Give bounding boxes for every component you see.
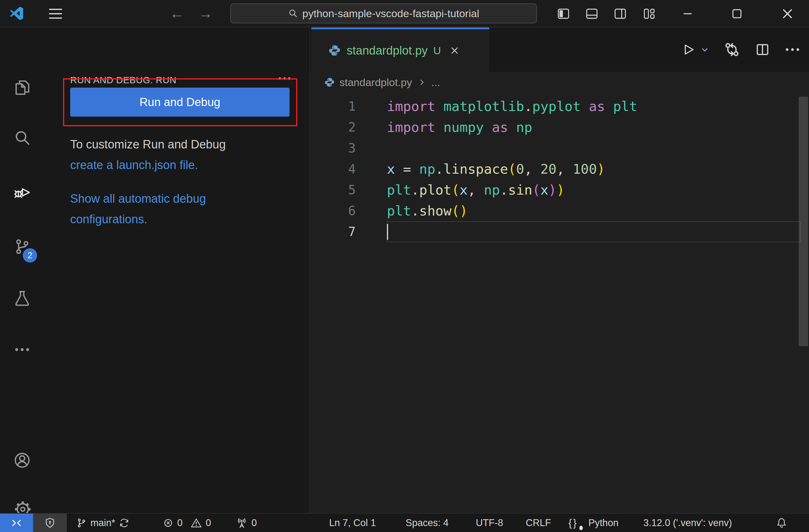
sync-icon — [119, 518, 130, 528]
toggle-primary-sidebar-icon[interactable] — [556, 6, 571, 21]
maximize-icon[interactable] — [730, 6, 744, 21]
workspace-trust[interactable] — [33, 514, 67, 532]
code-line[interactable]: 6plt.show() — [310, 200, 809, 221]
notifications[interactable] — [776, 514, 788, 532]
problems-status[interactable]: 0 0 — [163, 514, 211, 532]
search-value: python-sample-vscode-fastapi-tutorial — [302, 7, 479, 20]
text-cursor — [387, 224, 388, 240]
run-and-debug-icon[interactable] — [13, 184, 31, 201]
code-line[interactable]: 3 — [310, 138, 809, 159]
views-more-actions-icon[interactable] — [278, 74, 291, 87]
split-editor-icon[interactable] — [755, 42, 770, 57]
source-control-badge: 2 — [23, 248, 37, 263]
search-view-icon[interactable] — [13, 129, 31, 147]
explorer-icon[interactable] — [13, 79, 31, 96]
vscode-window: ← → python-sample-vscode-fastapi-tutoria… — [0, 0, 809, 532]
code-line[interactable]: 5plt.plot(x, np.sin(x)) — [310, 180, 809, 200]
close-icon[interactable] — [780, 6, 795, 21]
code-line[interactable]: 4x = np.linspace(0, 20, 100) — [310, 159, 809, 180]
line-number: 1 — [310, 96, 356, 117]
line-content[interactable]: plt.show() — [356, 200, 468, 221]
line-number: 2 — [310, 117, 356, 138]
tab-close-icon[interactable] — [450, 46, 460, 55]
code-line[interactable]: 2import numpy as np — [310, 117, 809, 138]
testing-icon[interactable] — [13, 289, 31, 307]
remote-icon — [11, 517, 22, 529]
python-interpreter[interactable]: 3.12.0 ('.venv': venv) — [643, 514, 732, 532]
chevron-right-icon — [417, 78, 427, 87]
title-bar: ← → python-sample-vscode-fastapi-tutoria… — [0, 0, 809, 28]
editor-scrollbar[interactable] — [799, 97, 808, 346]
forward-arrow-icon[interactable]: → — [199, 3, 213, 24]
back-arrow-icon[interactable]: ← — [170, 3, 184, 24]
vscode-logo-icon — [10, 6, 24, 21]
errors-icon — [163, 518, 173, 528]
command-center-search[interactable]: python-sample-vscode-fastapi-tutorial — [230, 3, 537, 23]
code-lines: 1import matplotlib.pyplot as plt2import … — [310, 96, 809, 242]
git-branch-status[interactable]: main* — [76, 514, 130, 532]
activity-bar: 2 BR — [0, 28, 47, 513]
run-and-debug-button[interactable]: Run and Debug — [70, 88, 290, 117]
tab-filename: standardplot.py — [347, 44, 428, 57]
code-line[interactable]: 1import matplotlib.pyplot as plt — [310, 96, 809, 117]
remote-indicator[interactable] — [0, 514, 33, 532]
warnings-count: 0 — [206, 517, 211, 529]
tab-strip: standardplot.py U — [310, 28, 809, 72]
eol-sequence[interactable]: CRLF — [526, 514, 551, 532]
show-debug-configurations-link-2[interactable]: configurations. — [70, 209, 303, 230]
line-content[interactable] — [356, 138, 387, 159]
cursor-position-label: Ln 7, Col 1 — [329, 517, 376, 529]
open-changes-icon[interactable] — [724, 41, 740, 58]
account-icon[interactable] — [13, 451, 31, 469]
status-bar: main* 0 0 0 Ln 7, Col 1 Spaces: 4 — [0, 513, 809, 532]
menu-icon[interactable] — [48, 7, 63, 20]
editor-more-actions-icon[interactable] — [785, 45, 800, 55]
radio-tower-icon — [236, 517, 248, 529]
encoding[interactable]: UTF-8 — [476, 514, 503, 532]
breadcrumb: standardplot.py ... — [310, 72, 809, 93]
minimize-icon[interactable] — [681, 6, 695, 21]
code-line[interactable]: 7 — [310, 221, 809, 242]
breadcrumb-more[interactable]: ... — [431, 76, 440, 89]
more-views-icon[interactable] — [13, 341, 31, 358]
create-launch-json-link[interactable]: create a launch.json file. — [70, 155, 303, 175]
braces-icon: {} — [568, 517, 585, 529]
line-content[interactable]: import numpy as np — [356, 117, 532, 138]
line-content[interactable]: x = np.linspace(0, 20, 100) — [356, 159, 605, 180]
breadcrumb-file[interactable]: standardplot.py — [340, 76, 412, 89]
interpreter-label: 3.12.0 ('.venv': venv) — [643, 517, 732, 529]
indentation[interactable]: Spaces: 4 — [406, 514, 449, 532]
code-editor[interactable]: 1import matplotlib.pyplot as plt2import … — [310, 93, 809, 513]
encoding-label: UTF-8 — [476, 517, 503, 529]
show-debug-configurations-link[interactable]: Show all automatic debug — [70, 188, 303, 209]
line-number: 6 — [310, 200, 356, 221]
customize-layout-icon[interactable] — [642, 6, 656, 21]
line-number: 4 — [310, 159, 356, 180]
run-and-debug-sidebar: RUN AND DEBUG: RUN Run and Debug To cust… — [47, 28, 310, 513]
line-content[interactable] — [356, 221, 387, 242]
python-file-icon — [329, 44, 340, 57]
toggle-panel-icon[interactable] — [585, 6, 599, 21]
hint-text: To customize Run and Debug — [70, 134, 303, 155]
language-mode[interactable]: {} Python — [568, 514, 619, 532]
warnings-icon — [191, 517, 202, 529]
shield-icon — [44, 517, 56, 529]
bell-icon — [776, 517, 788, 529]
tab-git-status: U — [433, 45, 441, 57]
eol-label: CRLF — [526, 517, 551, 529]
sidebar-title: RUN AND DEBUG: RUN — [70, 75, 177, 86]
customize-hint: To customize Run and Debug create a laun… — [70, 134, 303, 175]
line-content[interactable]: import matplotlib.pyplot as plt — [356, 96, 637, 117]
line-number: 7 — [310, 221, 356, 242]
git-branch-icon — [76, 518, 87, 528]
ports-status[interactable]: 0 — [236, 514, 257, 532]
line-content[interactable]: plt.plot(x, np.sin(x)) — [356, 180, 565, 200]
run-python-file-icon[interactable] — [681, 42, 695, 57]
tab-standardplot[interactable]: standardplot.py U — [311, 28, 489, 72]
branch-name: main* — [90, 517, 115, 529]
line-number: 5 — [310, 180, 356, 200]
cursor-position[interactable]: Ln 7, Col 1 — [329, 514, 376, 532]
toggle-secondary-sidebar-icon[interactable] — [613, 6, 627, 21]
search-icon — [288, 8, 298, 18]
run-dropdown-chevron-icon[interactable] — [700, 45, 710, 55]
